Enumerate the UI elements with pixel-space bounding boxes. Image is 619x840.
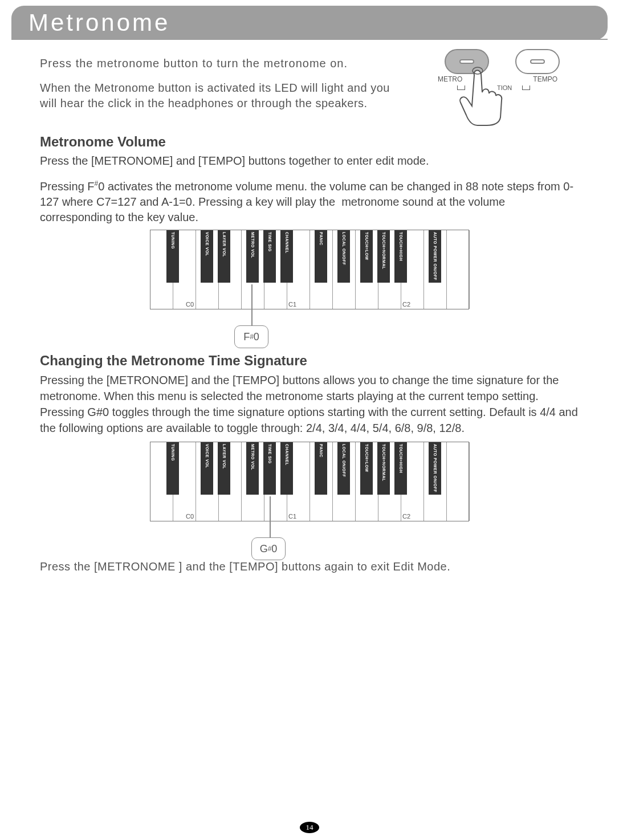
page-number: 14	[300, 822, 319, 833]
black-key: VOICE VOL	[201, 230, 213, 283]
white-key-label: C0	[186, 513, 194, 520]
volume-section-title: Metronome Volume	[40, 134, 579, 150]
timesig-p1: Pressing the [METRONOME] and the [TEMPO]…	[40, 372, 579, 436]
black-key-label: TIME SIG	[268, 444, 272, 464]
volume-p2: Pressing F#0 activates the metronome vol…	[40, 179, 579, 225]
white-key	[447, 230, 470, 309]
header-rule	[11, 39, 608, 40]
black-key-label: TOUCH=HIGH	[399, 232, 403, 261]
black-key: TUNING	[166, 230, 179, 283]
keyboard-diagram-1: C0C1C2TUNINGVOICE VOLLAYER VOLMETRO VOLT…	[150, 230, 469, 309]
black-key: METRO VOL	[246, 230, 259, 283]
callout-line	[270, 496, 271, 539]
black-key: LOCAL ON/OFF	[337, 442, 350, 495]
volume-p1: Press the [METRONOME] and [TEMPO] button…	[40, 153, 579, 169]
black-key-label: METRO VOL	[251, 232, 255, 258]
black-key-label: TOUCH=LOW	[365, 232, 369, 260]
white-key	[447, 442, 470, 521]
bracket-icon	[522, 85, 530, 90]
black-key-label: TOUCH=NORMAL	[382, 232, 386, 270]
intro-line-2: When the Metronome button is activated i…	[40, 80, 405, 111]
black-key: PANIC	[315, 230, 327, 283]
white-key-label: C2	[402, 513, 410, 520]
buttons-diagram: METRO TEMPO TION	[437, 49, 568, 129]
black-key: TOUCH=HIGH	[394, 442, 407, 495]
black-key: VOICE VOL	[201, 442, 213, 495]
black-key: TUNING	[166, 442, 179, 495]
black-key: TOUCH=LOW	[360, 442, 373, 495]
white-key-label: C2	[402, 301, 410, 308]
hand-press-icon	[453, 65, 515, 128]
black-key: LAYER VOL	[218, 442, 230, 495]
black-key-label: TOUCH=NORMAL	[382, 444, 386, 482]
black-key-label: TIME SIG	[268, 232, 272, 252]
black-key: TIME SIG	[263, 442, 276, 495]
black-key-label: PANIC	[319, 444, 323, 458]
black-key-label: VOICE VOL	[205, 444, 209, 468]
black-key-label: TOUCH=LOW	[365, 444, 369, 472]
black-key-label: PANIC	[319, 232, 323, 246]
black-key: CHANNEL	[280, 230, 293, 283]
black-key-label: LOCAL ON/OFF	[342, 444, 346, 477]
timesig-section-title: Changing the Metronome Time Signature	[40, 353, 579, 369]
tempo-button-label: TEMPO	[533, 75, 557, 83]
black-key-label: CHANNEL	[285, 444, 289, 466]
button-slot-icon	[530, 59, 545, 64]
callout-f-sharp-0: F#0	[234, 325, 268, 348]
black-key: AUTO POWER ON/OFF	[429, 230, 441, 283]
black-key: TOUCH=NORMAL	[377, 230, 390, 283]
black-key-label: CHANNEL	[285, 232, 289, 254]
black-key-label: AUTO POWER ON/OFF	[433, 444, 437, 492]
tempo-button-graphic	[515, 49, 560, 74]
header-pill: Metronome	[11, 6, 608, 40]
page-header: Metronome	[11, 6, 608, 40]
white-key-label: C0	[186, 301, 194, 308]
black-key-label: LOCAL ON/OFF	[342, 232, 346, 265]
black-key-label: AUTO POWER ON/OFF	[433, 232, 437, 280]
black-key-label: LAYER VOL	[222, 444, 226, 469]
black-key: METRO VOL	[246, 442, 259, 495]
callout-g-sharp-0: G#0	[251, 537, 286, 560]
black-key-label: LAYER VOL	[222, 232, 226, 257]
black-key-label: TUNING	[171, 444, 175, 461]
black-key-label: TUNING	[171, 232, 175, 249]
black-key: TIME SIG	[263, 230, 276, 283]
exit-edit-mode-text: Press the [METRONOME ] and the [TEMPO] b…	[40, 560, 579, 573]
page-title: Metronome	[11, 9, 170, 36]
callout-line	[251, 284, 253, 327]
black-key: CHANNEL	[280, 442, 293, 495]
button-slot-icon	[459, 59, 474, 64]
black-key-label: VOICE VOL	[205, 232, 209, 256]
white-key-label: C1	[288, 301, 296, 308]
black-key: TOUCH=HIGH	[394, 230, 407, 283]
black-key: LAYER VOL	[218, 230, 230, 283]
black-key-label: TOUCH=HIGH	[399, 444, 403, 473]
black-key: PANIC	[315, 442, 327, 495]
black-key: TOUCH=NORMAL	[377, 442, 390, 495]
black-key-label: METRO VOL	[251, 444, 255, 470]
black-key: AUTO POWER ON/OFF	[429, 442, 441, 495]
black-key: TOUCH=LOW	[360, 230, 373, 283]
black-key: LOCAL ON/OFF	[337, 230, 350, 283]
keyboard-diagram-2: C0C1C2TUNINGVOICE VOLLAYER VOLMETRO VOLT…	[150, 442, 469, 521]
white-key-label: C1	[288, 513, 296, 520]
